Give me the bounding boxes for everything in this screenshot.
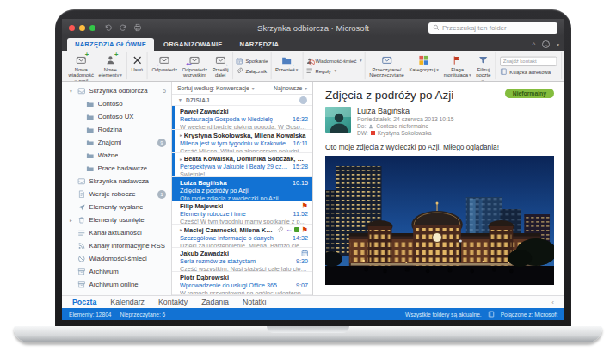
section-toggle-icon[interactable] [299,96,307,104]
ribbon-group: SpotkanieZałącznik [233,52,271,79]
ribbon-button-wiadomość-śmieć[interactable]: Wiadomość-śmieć▾ [305,57,362,65]
flag-icon: ⚑ [301,226,308,234]
ribbon-button-prześlij-dalej[interactable]: →Prześlij dalej [211,53,231,77]
message-subject-title: Zdjęcia z podróży po Azji [325,89,453,102]
ribbon-button-spotkanie[interactable]: Spotkanie [236,57,268,65]
message-time: 11:52 [290,210,308,218]
ribbon-button-odpowiedz-wszystkim[interactable]: ⇐Odpowiedz wszystkim [181,53,209,77]
module-nav-poczta[interactable]: Poczta [72,298,96,306]
message-row[interactable]: Piotr DąbrowskiWprowadzenie do usługi Of… [172,272,312,296]
junk-icon [305,57,313,65]
sidebar-item-contoso[interactable]: Contoso [62,97,171,110]
sidebar-item-contoso-ux[interactable]: Contoso UX [62,110,171,123]
ribbon-button-filtruj-pocztę-e-mail[interactable]: Filtruj pocztę e-mail▾ [474,53,492,77]
section-disclosure-icon: ▾ [177,97,183,102]
message-row[interactable]: Jakub ZawadzkiSeria rozmów ze stażystami… [172,248,312,272]
zoom-window-button[interactable] [89,25,95,31]
sidebar-item-prace-badawcze[interactable]: Prace badawcze [62,162,171,175]
unread-count: Nieprzeczytane: 6 [120,312,166,318]
sidebar-item-znajomi[interactable]: Znajomi9 [62,136,171,149]
ribbon-button-nowe-elementy[interactable]: +Nowe elementy▾ [97,53,124,77]
ribbon-button-usuń[interactable]: Usuń [130,53,145,77]
sidebar-item-archiwum[interactable]: Archiwum [62,265,171,278]
folder-search-input[interactable] [442,24,553,32]
message-sender: Piotr Dąbrowski [180,274,229,281]
sidebar-item-wersje-robocze[interactable]: Wersje robocze1 [62,188,171,201]
ribbon-group: Książka adresowa [496,52,562,79]
ribbon-menu-caret-icon: ▾ [557,42,559,47]
message-preview: W weekend będzie piękna pogoda. W Gospod… [180,123,308,130]
message-subject: Szczegółowe informacje o danych [180,234,274,242]
window-title: Skrzynka odbiorcza · Microsoft [257,23,369,33]
ribbon-button-odpowiedz[interactable]: ←Odpowiedz [151,53,179,77]
module-nav-kontakty[interactable]: Kontakty [158,298,188,306]
sort-by-dropdown[interactable]: Sortuj według: Konwersacje ▾ [177,85,255,91]
reply-all-icon: ⇐ [189,55,200,65]
print-icon[interactable] [133,23,142,32]
sidebar-item-elementy-wysłane[interactable]: Elementy wysłane [62,201,171,213]
message-row[interactable]: ▸Maciej Czarnecki, Milena Kowalska←⚑Szcz… [172,225,312,249]
close-window-button[interactable] [69,25,75,31]
sidebar-item-elementy-usunięte[interactable]: ▸Elementy usunięte [62,213,171,226]
ribbon-button-flaga-monitująca[interactable]: Flaga monitująca▾ [442,53,473,77]
message-time: 16:11 [290,139,308,147]
sidebar-item-wiadomości-śmieci[interactable]: Wiadomości-śmieci [62,252,171,265]
collapse-ribbon-icon[interactable]: ^ [532,40,535,48]
message-row[interactable]: Paweł ZawadzkiRestauracja Gospoda w Nied… [172,106,312,130]
categorize-icon [418,55,428,65]
sidebar-item-ważne[interactable]: Ważne [62,149,171,162]
message-time: 10:15 [289,179,308,187]
module-nav-zadania[interactable]: Zadania [201,298,229,306]
connection-icon [488,311,495,318]
connection-status: Połączone z: Microsoft [501,312,557,318]
ribbon-button-reguły[interactable]: Reguły▾ [305,66,362,74]
distribution-list-icon [368,124,373,129]
tab-narzędzia-główne[interactable]: NARZĘDZIA GŁÓWNE [67,38,154,51]
outlook-window: Skrzynka odbiorcza · Microsoft NARZĘDZIA… [62,19,564,320]
ribbon-button-kategoryzuj[interactable]: Kategoryzuj▾ [407,53,440,77]
list-section-header[interactable]: ▾ DZISIAJ [172,95,312,106]
ribbon-button-nowa-wiadomość-e-mail[interactable]: +Nowa wiadomość e-mail [67,53,95,77]
message-subject: Zdjęcia z podróży po Azji [180,187,249,194]
module-nav-notatki[interactable]: Notatki [243,298,266,306]
module-nav-kalendarz[interactable]: Kalendarz [110,298,145,306]
find-contact-input[interactable] [500,56,557,65]
expander-icon: ▸ [180,133,182,138]
email-photo-attachment[interactable] [325,156,554,285]
sidebar-item-skrzynka-odbiorcza[interactable]: ▾Skrzynka odbiorcza5 [62,84,171,97]
folder-search-box[interactable] [428,22,557,34]
message-row[interactable]: Filip Majewski⚑Elementy robocze i inne11… [172,201,312,225]
ribbon-group: Usuń [127,52,148,79]
message-preview: Oto moje zdjęcia z wycieczki po Azji. [180,194,308,201]
sort-order-dropdown[interactable]: Najnowsze ▾ [274,85,307,91]
ribbon-button-załącznik[interactable]: Załącznik [236,66,268,74]
message-row[interactable]: ▸Krystyna Sokołowska, Milena KowalskaMil… [172,130,312,154]
message-preview: W ramach przygotowań na ogólne udostępni… [180,289,308,296]
address-book-button[interactable]: Książka adresowa [500,67,557,75]
undo-icon[interactable] [104,23,113,32]
new-items-icon: + [105,55,115,65]
message-sender: Filip Majewski [180,202,223,210]
sidebar-item-kanały-informacyjne-rss[interactable]: Kanały informacyjne RSS [62,239,171,252]
message-preview: Dzięki za udostępnienie, Milena. Bardzo … [180,242,308,249]
sidebar-item-archiwum-online[interactable]: Archiwum online [62,278,171,291]
message-date: Poniedziałek, 24 czerwca 2013 10:15 [357,116,454,122]
sidebar-item-rodzina[interactable]: Rodzina [62,123,171,136]
ribbon-button-przenieś[interactable]: →Przenieś▾ [274,53,299,77]
unread-badge: 9 [157,139,166,147]
tab-narzędzia[interactable]: NARZĘDZIA [232,38,287,51]
message-subject: Seria rozmów ze stażystami [180,257,256,265]
ribbon-button-przeczytane-nieprzeczytane[interactable]: Przeczytane/ Nieprzeczytane [367,53,405,77]
message-row[interactable]: ▸Beata Kowalska, Dominika Sobczak, Błaże… [172,153,312,177]
forward-icon: → [215,55,225,65]
message-row[interactable]: Luiza Bagińska10:15Zdjęcia z podróży po … [172,177,312,201]
sidebar-item-skrzynka-nadawcza[interactable]: Skrzynka nadawcza [62,175,171,188]
disclosure-icon: ▸ [68,218,74,223]
minimize-window-button[interactable] [79,25,85,31]
sidebar-item-kanał-aktualności[interactable]: Kanał aktualności [62,226,171,239]
tab-organizowanie[interactable]: ORGANIZOWANIE [156,38,230,51]
redo-icon[interactable] [119,23,127,32]
ribbon-menu-icon[interactable]: – [542,40,550,48]
message-list: Sortuj według: Konwersacje ▾ Najnowsze ▾… [172,82,313,295]
nav-chevron-icon[interactable]: ‹ [551,299,554,306]
